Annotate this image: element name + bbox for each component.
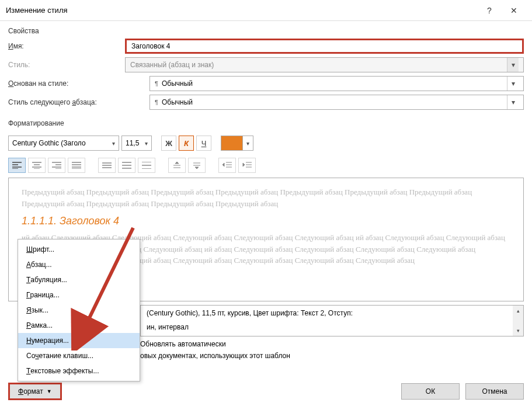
based-on-label: Основан на стиле: [8,79,125,88]
align-justify-button[interactable] [68,158,85,173]
preview-heading: 1.1.1.1. Заголовок 4 [22,215,510,227]
caret-down-icon: ▼ [47,388,52,394]
chevron-down-icon[interactable]: ▾ [507,77,519,91]
menu-paragraph[interactable]: Абзац... [18,257,140,272]
based-on-combo[interactable]: ¶ Обычный ▾ [149,76,524,91]
titlebar: Изменение стиля ? ✕ [0,0,532,21]
align-right-button[interactable] [48,158,65,173]
menu-border[interactable]: Граница... [18,287,140,303]
ok-button[interactable]: ОК [401,383,460,400]
format-button[interactable]: Формат▼ [8,383,62,400]
next-style-combo[interactable]: ¶ Обычный ▾ [149,95,524,110]
help-button[interactable]: ? [477,2,502,19]
menu-tabs[interactable]: Табуляция... [18,272,140,287]
menu-font[interactable]: Шрифт... [18,242,140,257]
style-type-combo: Связанный (абзац и знак) ▾ [125,57,524,72]
spacing-15-button[interactable] [118,158,135,173]
next-style-label: Стиль следующего абзаца: [8,98,125,106]
cancel-button[interactable]: Отмена [465,383,524,400]
align-left-button[interactable] [8,158,26,173]
font-color-picker[interactable]: ▾ [221,136,253,151]
name-label: Имя: [8,42,125,50]
description-box: (Century Gothic), 11,5 пт, курсив, Цвет … [140,305,524,336]
underline-button[interactable]: Ч [196,136,211,151]
spacing-2-button[interactable] [138,158,155,173]
align-center-button[interactable] [28,158,46,173]
scrollbar[interactable]: ▴ ▾ [513,306,523,336]
chevron-down-icon[interactable]: ▾ [507,95,519,109]
format-context-menu: Шрифт... Абзац... Табуляция... Граница..… [18,239,140,381]
section-properties-label: Свойства [0,21,532,39]
name-input[interactable] [125,39,524,54]
font-size-combo[interactable]: 11,5▾ [121,136,152,151]
menu-numbering[interactable]: Нумерация... [18,333,140,348]
style-type-label: Стиль: [8,61,125,69]
menu-text-effects[interactable]: Текстовые эффекты... [18,363,140,379]
scroll-up-icon[interactable]: ▴ [513,306,523,316]
italic-button[interactable]: К [179,136,194,151]
chevron-down-icon: ▾ [507,58,519,72]
dialog-title: Изменение стиля [6,6,477,15]
bold-button[interactable]: Ж [161,136,176,151]
menu-language[interactable]: Язык... [18,303,140,318]
menu-shortcut[interactable]: Сочетание клавиш... [18,348,140,363]
indent-increase-button[interactable] [238,158,256,173]
menu-frame[interactable]: Рамка... [18,318,140,333]
pilcrow-icon: ¶ [155,99,158,106]
space-before-up-button[interactable] [168,158,186,173]
auto-update-label: Обновлять автоматически [140,340,226,348]
close-button[interactable]: ✕ [502,2,526,19]
space-before-down-button[interactable] [188,158,206,173]
spacing-1-button[interactable] [98,158,116,173]
preview-prev-text: Предыдущий абзац Предыдущий абзац Предыд… [22,186,510,209]
indent-decrease-button[interactable] [218,158,236,173]
font-family-combo[interactable]: Century Gothic (Заголо▾ [8,136,119,151]
pilcrow-icon: ¶ [155,80,158,87]
scroll-down-icon[interactable]: ▾ [513,325,523,336]
templates-label: овых документах, использующих этот шабло… [140,352,290,360]
section-formatting-label: Форматирование [0,113,532,131]
